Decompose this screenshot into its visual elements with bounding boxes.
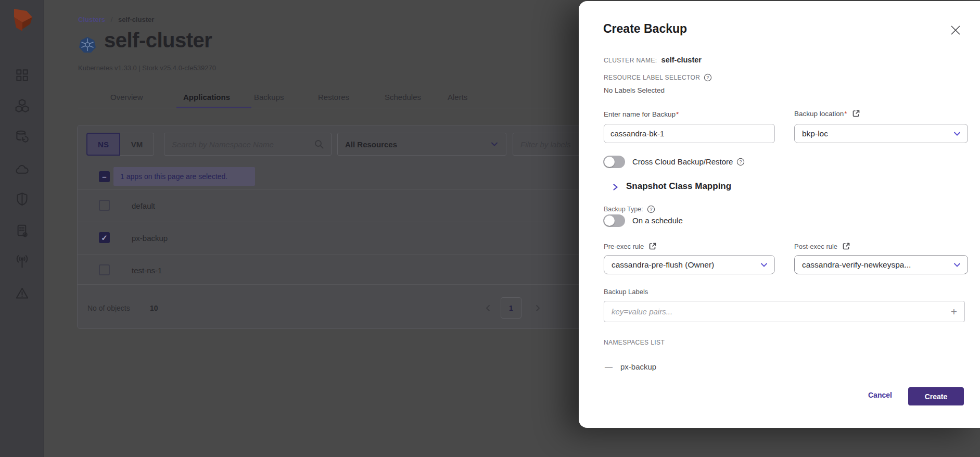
- pagination-prev-icon[interactable]: [484, 304, 492, 312]
- backup-type-label: Backup Type:: [604, 206, 643, 213]
- vm-segment-button[interactable]: VM: [120, 133, 154, 156]
- backup-labels-label: Backup Labels: [604, 288, 648, 296]
- pre-exec-rule-value: cassandra-pre-flush (Owner): [612, 260, 714, 270]
- cloud-icon[interactable]: [15, 162, 29, 176]
- alerts-warning-icon[interactable]: [15, 286, 29, 300]
- chevron-down-icon: [953, 130, 961, 138]
- row-checkbox-px-backup[interactable]: ✓: [99, 232, 110, 243]
- cluster-name-label: CLUSTER NAME:: [604, 57, 657, 64]
- breadcrumb-clusters-link[interactable]: Clusters: [78, 16, 105, 23]
- cross-cloud-toggle[interactable]: [603, 156, 625, 168]
- snapshot-class-mapping-label: Snapshot Class Mapping: [626, 181, 731, 192]
- cluster-name-value: self-cluster: [661, 56, 702, 64]
- resource-label-selector-row: RESOURCE LABEL SELECTOR ?: [604, 73, 712, 82]
- post-exec-rule-value: cassandra-verify-newkeyspa...: [802, 260, 911, 270]
- table-row-namespace: test-ns-1: [132, 266, 162, 275]
- svg-text:?: ?: [707, 75, 709, 80]
- kubernetes-icon: [79, 36, 96, 53]
- backup-labels-field: +: [604, 301, 965, 322]
- resource-filter-select[interactable]: All Resources: [337, 133, 506, 156]
- list-dash-marker: —: [605, 362, 613, 371]
- backup-name-input[interactable]: [604, 124, 775, 143]
- breadcrumb: Clusters / self-cluster: [78, 16, 154, 23]
- svg-text:?: ?: [650, 207, 652, 212]
- namespace-name: px-backup: [620, 362, 656, 371]
- backup-location-value: bkp-loc: [802, 129, 828, 138]
- schedule-toggle-label: On a schedule: [632, 216, 683, 225]
- tab-applications[interactable]: Applications: [183, 93, 230, 101]
- cancel-button[interactable]: Cancel: [868, 391, 892, 399]
- info-icon[interactable]: ?: [704, 73, 712, 82]
- chevron-down-icon: [490, 140, 499, 148]
- page-title: self-cluster: [104, 29, 212, 52]
- page-size-value[interactable]: 10: [150, 304, 158, 312]
- active-tab-underline: [176, 107, 251, 108]
- search-icon: [314, 139, 324, 149]
- required-asterisk: *: [844, 110, 847, 118]
- backup-location-select[interactable]: bkp-loc: [794, 124, 968, 143]
- svg-text:?: ?: [740, 159, 742, 164]
- tab-schedules[interactable]: Schedules: [385, 93, 421, 101]
- selection-banner: 1 apps on this page are selected.: [113, 167, 255, 186]
- pre-exec-rule-select[interactable]: cassandra-pre-flush (Owner): [604, 255, 775, 274]
- select-all-checkbox[interactable]: –: [99, 171, 110, 182]
- backup-labels-input[interactable]: [612, 307, 951, 316]
- pagination-next-icon[interactable]: [533, 304, 542, 312]
- info-icon[interactable]: ?: [736, 158, 745, 166]
- resource-filter-value: All Resources: [345, 140, 397, 149]
- create-backup-drawer: Create Backup CLUSTER NAME:self-cluster …: [579, 1, 980, 428]
- table-row-namespace: px-backup: [132, 234, 168, 243]
- table-row-namespace: default: [132, 201, 155, 210]
- chevron-right-icon: [612, 183, 619, 190]
- tab-restores[interactable]: Restores: [318, 93, 349, 101]
- pagination-page-1[interactable]: 1: [501, 297, 521, 319]
- backup-name-label: Enter name for Backup*: [604, 110, 679, 118]
- external-link-icon[interactable]: [842, 242, 850, 250]
- namespaces-list-item: — px-backup: [605, 362, 656, 371]
- backup-location-label: Backup location*: [794, 109, 860, 118]
- chevron-down-icon: [953, 261, 961, 269]
- activity-antenna-icon[interactable]: [15, 255, 29, 269]
- objects-count-label: No of objects: [87, 304, 130, 312]
- backups-database-icon[interactable]: [15, 130, 29, 144]
- resource-label-selector-label: RESOURCE LABEL SELECTOR: [604, 74, 700, 81]
- create-button[interactable]: Create: [908, 387, 964, 405]
- tab-alerts[interactable]: Alerts: [448, 93, 467, 101]
- ns-segment-button[interactable]: NS: [86, 133, 120, 156]
- rules-document-icon[interactable]: [15, 224, 29, 238]
- snapshot-class-mapping-expander[interactable]: Snapshot Class Mapping: [612, 181, 731, 192]
- dashboard-grid-icon[interactable]: [15, 68, 29, 82]
- tab-overview[interactable]: Overview: [110, 93, 143, 101]
- applications-cubes-icon[interactable]: [15, 98, 29, 112]
- row-checkbox-test-ns-1[interactable]: [99, 264, 110, 275]
- shield-icon[interactable]: [15, 192, 29, 206]
- breadcrumb-separator: /: [111, 16, 113, 23]
- cluster-version-subtitle: Kubernetes v1.33.0 | Stork v25.4.0-cfe53…: [78, 64, 216, 72]
- backup-type-row: Backup Type: ?: [604, 205, 655, 213]
- cross-cloud-label: Cross Cloud Backup/Restore ?: [632, 157, 745, 166]
- sidebar: [0, 0, 44, 457]
- schedule-toggle[interactable]: [603, 214, 625, 227]
- close-icon[interactable]: [949, 24, 962, 36]
- post-exec-rule-label: Post-exec rule: [794, 242, 850, 250]
- namespace-search-input[interactable]: [164, 133, 332, 156]
- cluster-name-row: CLUSTER NAME:self-cluster: [604, 56, 702, 64]
- breadcrumb-current: self-cluster: [118, 16, 154, 23]
- tab-backups[interactable]: Backups: [254, 93, 284, 101]
- row-checkbox-default[interactable]: [99, 200, 110, 211]
- no-labels-text: No Labels Selected: [604, 86, 665, 94]
- drawer-title: Create Backup: [603, 22, 687, 36]
- external-link-icon[interactable]: [852, 109, 860, 118]
- pre-exec-rule-label: Pre-exec rule: [604, 242, 657, 250]
- portworx-logo-icon[interactable]: [9, 8, 34, 33]
- namespaces-list-heading: NAMESPACES LIST: [604, 339, 665, 346]
- external-link-icon[interactable]: [648, 242, 657, 250]
- post-exec-rule-select[interactable]: cassandra-verify-newkeyspa...: [794, 255, 968, 274]
- info-icon[interactable]: ?: [647, 205, 655, 213]
- add-label-button[interactable]: +: [951, 306, 957, 317]
- required-asterisk: *: [676, 110, 679, 118]
- namespace-vm-toggle: NS VM: [86, 133, 154, 156]
- chevron-down-icon: [760, 261, 768, 269]
